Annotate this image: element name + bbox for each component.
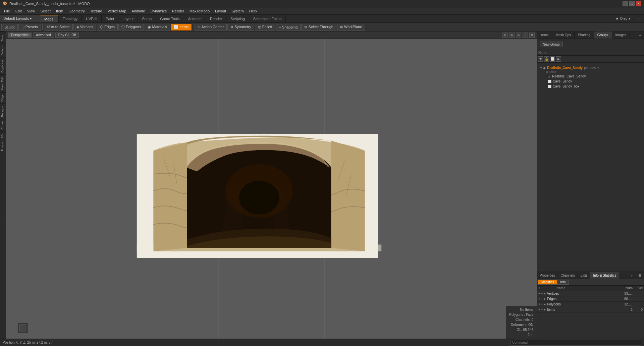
rp-tab-items[interactable]: Items xyxy=(537,32,552,39)
rp-tab-shading[interactable]: Shading xyxy=(575,32,594,39)
toolbar-btn-items[interactable]: ⬜ Items xyxy=(171,24,192,31)
left-tab-fusion[interactable]: Fusion xyxy=(0,140,6,153)
minimize-button[interactable]: — xyxy=(623,1,628,6)
toolbar-btn-select_through[interactable]: ⊚ Select Through xyxy=(301,24,336,31)
command-input[interactable] xyxy=(511,340,641,346)
new-group-button[interactable]: New Group xyxy=(540,42,563,47)
toolbar-btn-snapping[interactable]: + Snapping xyxy=(276,24,301,31)
sp-tab-properties[interactable]: Properties xyxy=(537,272,558,279)
sp-tab-info-&-statistics[interactable]: Info & Statistics xyxy=(590,272,619,279)
raygl-btn[interactable]: Ray GL: Off xyxy=(55,33,79,38)
left-tab-basic[interactable]: Basic xyxy=(0,32,6,43)
statistics-toggle[interactable]: Statistics xyxy=(538,280,557,285)
toolbar-btn-action_center[interactable]: ⊕ Action Center xyxy=(195,24,227,31)
layout-dropdown[interactable]: Default Layouts ▾ xyxy=(0,15,40,22)
menu-item-dynamics[interactable]: Dynamics xyxy=(148,8,169,14)
toolbar-btn-vertices[interactable]: ◈ Vertices xyxy=(73,24,96,31)
sp-panel-maximize[interactable]: ⊞ xyxy=(636,272,644,279)
menu-item-system[interactable]: System xyxy=(229,8,247,14)
toolbar-btn-workplane[interactable]: ⊞ WorkPlane xyxy=(337,24,365,31)
maximize-button[interactable]: □ xyxy=(629,1,635,6)
menu-item-edit[interactable]: Edit xyxy=(13,8,24,14)
rp-tab-images[interactable]: Images xyxy=(612,32,630,39)
left-tab-deform[interactable]: Deform xyxy=(0,43,6,58)
rp-tab-groups[interactable]: Groups xyxy=(594,32,612,39)
tree-row-item1[interactable]: ▲ Realistic_Cave_Sandy xyxy=(538,74,643,79)
mode-tab-layout[interactable]: Layout xyxy=(118,15,138,22)
tree-mesh-icon[interactable]: ⬜ xyxy=(550,56,555,62)
toolbar-btn-symmetry[interactable]: ⇔ Symmetry xyxy=(227,24,254,31)
sp-tab-lists[interactable]: Lists xyxy=(578,272,591,279)
menu-item-help[interactable]: Help xyxy=(247,8,260,14)
menu-item-file[interactable]: File xyxy=(1,8,13,14)
mode-tab-animate[interactable]: Animate xyxy=(184,15,206,22)
scene-tree[interactable]: ▼ ◆ Realistic_Cave_Sandy (2) : Group 3 I… xyxy=(537,64,644,272)
stats-arrow-edges[interactable]: ▶ xyxy=(544,297,546,300)
toolbar-btn-edges[interactable]: ⬡ Edges xyxy=(97,24,118,31)
toolbar-btn-presets[interactable]: ⊞ Presets xyxy=(18,24,41,31)
menu-item-texture[interactable]: Texture xyxy=(88,8,105,14)
left-tab-uv[interactable]: UV xyxy=(0,131,6,140)
mode-tab-topology[interactable]: Topology xyxy=(59,15,82,22)
menu-item-geometry[interactable]: Geometry xyxy=(66,8,87,14)
mode-tab-setup[interactable]: Setup xyxy=(138,15,156,22)
info-toggle[interactable]: Info xyxy=(557,280,569,285)
menu-item-item[interactable]: Item xyxy=(53,8,66,14)
stats-plus-edges[interactable]: + xyxy=(538,297,540,301)
stats-minus-edges[interactable]: − xyxy=(541,297,543,301)
menu-item-select[interactable]: Select xyxy=(38,8,53,14)
stats-row-items[interactable]: + − ▶ Items 1 0 xyxy=(537,307,644,312)
menu-item-layout[interactable]: Layout xyxy=(212,8,229,14)
tree-expand-icon[interactable]: ▶ xyxy=(556,56,561,62)
stats-plus-polygons[interactable]: + xyxy=(538,302,540,306)
toolbar-btn-materials[interactable]: ◉ Materials xyxy=(145,24,170,31)
mode-tab-scripting[interactable]: Scripting xyxy=(226,15,249,22)
viewport-settings-icon[interactable]: ⚙ xyxy=(529,33,535,38)
tree-row-item2[interactable]: ⬜ Cave_Sandy xyxy=(538,79,643,84)
tree-row-item3[interactable]: ⬜ Cave_Sandy_box xyxy=(538,84,643,89)
mode-tab-uvedit[interactable]: UVEdit xyxy=(82,15,102,22)
modetab-right-item[interactable]: + xyxy=(635,17,641,21)
mode-tab-model[interactable]: Model xyxy=(40,15,59,22)
rp-tab-add[interactable]: + xyxy=(637,32,644,39)
menu-item-animate[interactable]: Animate xyxy=(129,8,148,14)
viewport-zoom-out-icon[interactable]: ⊖ xyxy=(516,33,521,38)
viewport-home-icon[interactable]: ⌂ xyxy=(523,33,528,38)
tree-row-group[interactable]: ▼ ◆ Realistic_Cave_Sandy (2) : Group xyxy=(538,65,643,70)
sp-tab-add[interactable]: + xyxy=(628,272,636,279)
close-button[interactable]: ✕ xyxy=(636,1,641,6)
mode-tab-paint[interactable]: Paint xyxy=(102,15,118,22)
left-tab-edge[interactable]: Edge xyxy=(0,92,6,104)
menu-item-vertex map[interactable]: Vertex Map xyxy=(105,8,129,14)
left-tab-curve[interactable]: Curve xyxy=(0,119,6,131)
toolbar-btn-auto_select[interactable]: ↺ Auto Select xyxy=(44,24,73,31)
menu-item-view[interactable]: View xyxy=(24,8,38,14)
mode-tab-render[interactable]: Render xyxy=(206,15,226,22)
stats-row-polygons[interactable]: + − ▶ Polygons 32..... xyxy=(537,302,644,307)
tree-lock-icon[interactable]: 🔒 xyxy=(544,56,549,62)
left-tab-mesh-edit[interactable]: Mesh Edit xyxy=(0,74,6,92)
stats-minus-polygons[interactable]: − xyxy=(541,302,543,306)
stats-plus-items[interactable]: + xyxy=(538,308,540,311)
mode-tab-schematic-focus[interactable]: Schematic Focus xyxy=(249,15,286,22)
modetab-right-item[interactable]: ★ Only ▾ xyxy=(613,16,633,21)
viewport-area[interactable]: Perspective Advanced Ray GL: Off ⊞ ⊕ ⊖ ⌂… xyxy=(6,32,537,339)
perspective-btn[interactable]: Perspective xyxy=(8,33,32,38)
stats-row-edges[interactable]: + − ▶ Edges 66..... xyxy=(537,296,644,302)
left-tab-polygon[interactable]: Polygon xyxy=(0,104,6,119)
stats-row-vertices[interactable]: + − ▶ Vertices 33..... xyxy=(537,291,644,296)
mode-tab-game-tools[interactable]: Game Tools xyxy=(156,15,184,22)
toolbar-btn-polygons[interactable]: ⬠ Polygons xyxy=(118,24,144,31)
advanced-btn[interactable]: Advanced xyxy=(33,33,54,38)
left-tab-duplicate[interactable]: Duplicate xyxy=(0,58,6,75)
sp-tab-channels[interactable]: Channels xyxy=(558,272,578,279)
stats-minus-items[interactable]: − xyxy=(541,308,543,311)
stats-arrow-vertices[interactable]: ▶ xyxy=(544,292,546,295)
toolbar-btn-falloff[interactable]: ◎ Falloff xyxy=(255,24,275,31)
stats-arrow-polygons[interactable]: ▶ xyxy=(544,303,546,306)
stats-arrow-items[interactable]: ▶ xyxy=(544,308,546,311)
rp-tab-mesh-ops[interactable]: Mesh Ops xyxy=(552,32,575,39)
viewport-canvas[interactable]: No Items Polygons : Face Channels: 0 Def… xyxy=(6,39,537,339)
stats-plus-vertices[interactable]: + xyxy=(538,292,540,295)
stats-minus-vertices[interactable]: − xyxy=(541,292,543,295)
